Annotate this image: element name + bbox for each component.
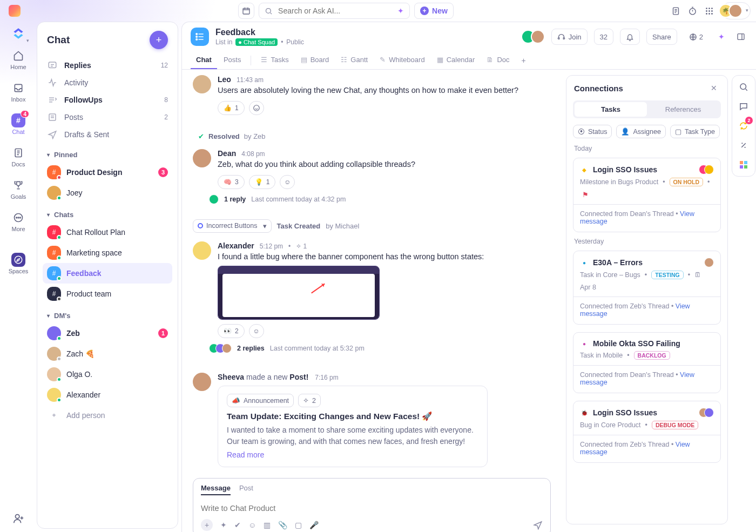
nav-followups[interactable]: FollowUps 8: [43, 91, 172, 109]
rr-activity[interactable]: 2: [735, 118, 752, 134]
tab-posts[interactable]: Posts: [218, 51, 247, 69]
conn-card[interactable]: ● Mobile Okta SSO Failing Task in Mobile…: [573, 332, 721, 393]
new-chat-button[interactable]: +: [150, 31, 168, 49]
conn-tab-refs[interactable]: References: [647, 102, 719, 117]
chat-feedback[interactable]: # Feedback: [43, 263, 172, 284]
rail-chat[interactable]: 4 # Chat: [2, 109, 35, 139]
emoji-icon[interactable]: ☺: [248, 521, 256, 529]
members-avatars[interactable]: [525, 30, 545, 44]
video-icon[interactable]: ▢: [295, 521, 302, 529]
tab-whiteboard[interactable]: ✎Whiteboard: [374, 51, 430, 69]
chat-marketing[interactable]: # Marketing space: [43, 243, 172, 263]
rr-relations[interactable]: [735, 137, 752, 153]
notifications-button[interactable]: [620, 29, 640, 45]
post-count[interactable]: ✧ 2: [298, 394, 321, 407]
chevron-down-icon[interactable]: ▾: [263, 222, 267, 230]
filter-tasktype[interactable]: ▢ Task Type: [670, 125, 720, 138]
composer-tab-post[interactable]: Post: [239, 484, 253, 495]
tab-doc[interactable]: 🗎Doc: [481, 51, 515, 69]
new-button[interactable]: + New: [414, 3, 454, 19]
tab-calendar[interactable]: ▦Calendar: [431, 51, 481, 69]
layout-button[interactable]: [734, 29, 747, 45]
rr-apps[interactable]: [735, 157, 752, 173]
squad-tag[interactable]: ● Chat Squad: [235, 38, 278, 46]
slash-icon[interactable]: ▥: [264, 521, 271, 529]
chat-rollout[interactable]: # Chat Rollout Plan: [43, 222, 172, 243]
rail-goals[interactable]: Goals: [2, 174, 35, 204]
attach-icon[interactable]: 📎: [278, 521, 287, 529]
rr-search[interactable]: [735, 79, 752, 95]
tab-chat[interactable]: Chat: [191, 51, 217, 69]
apps-grid-icon[interactable]: [705, 6, 714, 16]
section-pinned[interactable]: ▾Pinned: [43, 143, 172, 162]
nav-activity[interactable]: Activity: [43, 74, 172, 91]
join-button[interactable]: Join: [551, 29, 588, 45]
dm-zeb[interactable]: Zeb 1: [43, 323, 172, 344]
rail-docs[interactable]: Docs: [2, 142, 35, 172]
screenshot-attachment[interactable]: [218, 266, 380, 320]
workspace-logo[interactable]: ▾: [10, 25, 27, 42]
composer-tab-message[interactable]: Message: [201, 484, 231, 495]
add-reaction[interactable]: ☺: [280, 175, 295, 189]
reaction-eyes[interactable]: 👀2: [218, 324, 245, 338]
rail-invite[interactable]: [12, 513, 24, 524]
conn-card[interactable]: ● E30A – Errors Task in Core – Bugs• TES…: [573, 251, 721, 325]
notepad-icon[interactable]: [671, 6, 680, 16]
watchers[interactable]: 2: [684, 29, 708, 45]
composer-add[interactable]: +: [201, 519, 213, 531]
global-search[interactable]: ✦: [259, 3, 410, 19]
section-dms[interactable]: ▾DM's: [43, 304, 172, 323]
conn-card[interactable]: 🐞 Login SSO Issues Bug in Core Product• …: [573, 401, 721, 463]
nav-drafts[interactable]: Drafts & Sent: [43, 126, 172, 143]
chat-product-team[interactable]: # Product team: [43, 284, 172, 304]
mic-icon[interactable]: 🎤: [309, 521, 319, 529]
add-reaction[interactable]: ☺: [249, 324, 264, 338]
tab-tasks[interactable]: ☰Tasks: [255, 51, 294, 69]
dm-alexander[interactable]: Alexander: [43, 385, 172, 405]
announcement-tag[interactable]: 📣Announcement: [227, 394, 294, 407]
composer-input[interactable]: [201, 501, 543, 516]
chevron-down-icon: ▾: [47, 313, 50, 319]
stopwatch-icon[interactable]: [688, 6, 697, 16]
tab-add[interactable]: +: [516, 52, 531, 69]
rail-spaces[interactable]: Spaces: [2, 248, 35, 279]
read-more-link[interactable]: Read more: [227, 450, 478, 459]
svg-point-27: [253, 105, 259, 111]
section-chats[interactable]: ▾Chats: [43, 203, 172, 222]
pinned-joey[interactable]: Joey: [43, 183, 172, 203]
rail-home[interactable]: Home: [2, 44, 35, 75]
nav-posts[interactable]: Posts 2: [43, 109, 172, 126]
thread-line[interactable]: 2 replies Last comment today at 5:32 pm: [212, 344, 551, 353]
nav-replies[interactable]: Replies 12: [43, 57, 172, 74]
reaction-thumb[interactable]: 👍1: [218, 101, 245, 115]
send-button[interactable]: [533, 520, 543, 530]
task-icon[interactable]: ✔: [234, 521, 241, 529]
filter-assignee[interactable]: 👤 Assignee: [616, 125, 665, 138]
tab-board[interactable]: ▤Board: [295, 51, 335, 69]
filter-status[interactable]: ⦿ Status: [573, 125, 612, 138]
reaction-bulb[interactable]: 💡1: [249, 175, 276, 189]
pinned-product-design[interactable]: # Product Design 3: [43, 162, 172, 183]
ai-icon[interactable]: ✦: [715, 32, 728, 41]
dm-olga[interactable]: Olga O.: [43, 364, 172, 385]
rail-more[interactable]: More: [2, 206, 35, 237]
tab-gantt[interactable]: ☷Gantt: [335, 51, 373, 69]
rr-comments[interactable]: [735, 98, 752, 115]
post-card[interactable]: 📣Announcement ✧ 2 Team Update: Exciting …: [218, 386, 488, 467]
dm-zach[interactable]: Zach 🍕: [43, 344, 172, 364]
calendar-button[interactable]: [238, 3, 254, 19]
add-reaction[interactable]: [249, 101, 264, 115]
share-button[interactable]: Share: [646, 29, 677, 45]
close-button[interactable]: ✕: [708, 82, 720, 94]
conn-card[interactable]: ◆ Login SSO Issues Milestone in Bugs Pro…: [573, 158, 721, 232]
add-person[interactable]: + Add person: [43, 405, 172, 426]
rail-inbox[interactable]: Inbox: [2, 77, 35, 107]
search-input[interactable]: [277, 6, 393, 16]
member-count[interactable]: 32: [594, 29, 613, 45]
user-menu[interactable]: 🌴 ▾: [721, 2, 751, 19]
task-pill[interactable]: Incorrect Buttons▾: [193, 219, 272, 233]
thread-line[interactable]: 1 reply Last comment today at 4:32 pm: [212, 194, 551, 204]
reaction-brain[interactable]: 🧠3: [218, 175, 245, 189]
conn-tab-tasks[interactable]: Tasks: [575, 102, 647, 117]
ai-icon[interactable]: ✦: [220, 521, 227, 529]
